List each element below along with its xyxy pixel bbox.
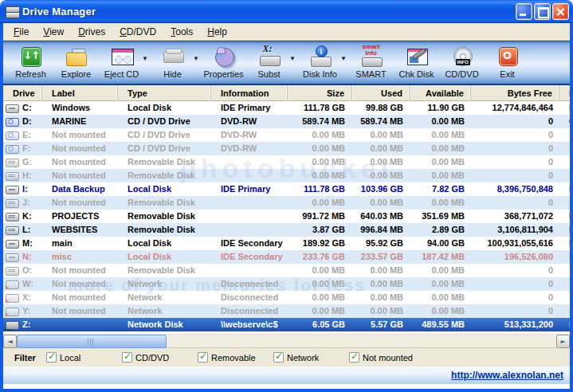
table-row[interactable]: Z:Network Disk\\webserve\c$6.05 GB5.57 G… xyxy=(3,318,570,331)
menu-item-file[interactable]: File xyxy=(6,25,36,39)
cell-drive: K: xyxy=(3,210,42,223)
cell-type: CD / DVD Drive xyxy=(118,115,211,128)
subst-dropdown[interactable]: ▼ xyxy=(288,55,296,62)
table-row[interactable]: O:Not mountedRemovable Disk0.00 MB0.00 M… xyxy=(3,264,570,277)
table-row[interactable]: F:Not mountedCD / DVD DriveDVD-RW0.00 MB… xyxy=(3,142,570,155)
table-row[interactable]: C:WindowsLocal DiskIDE Primary111.78 GB9… xyxy=(3,101,570,115)
menu-item-help[interactable]: Help xyxy=(200,25,234,39)
checkbox-icon xyxy=(46,352,57,363)
eject-cd-button[interactable]: Eject CD xyxy=(99,44,144,84)
column-header-information[interactable]: Information xyxy=(211,85,288,101)
cell-size: 0.00 MB xyxy=(288,196,351,210)
table-row[interactable]: M:mainLocal DiskIDE Secondary189.92 GB95… xyxy=(3,237,570,250)
scrollbar-track[interactable] xyxy=(17,335,556,347)
cell-used: 99.88 GB xyxy=(351,101,410,115)
cell-label: Not mounted xyxy=(42,264,118,277)
disk-info-icon xyxy=(308,45,332,68)
disk-info-button[interactable]: Disk Info xyxy=(297,44,343,84)
properties-button[interactable]: Properties xyxy=(201,44,246,84)
table-row[interactable]: E:Not mountedCD / DVD DriveDVD-RW0.00 MB… xyxy=(3,128,570,142)
scrollbar-thumb[interactable] xyxy=(17,335,167,348)
cell-used: 0.00 MB xyxy=(351,128,410,142)
drive-letter: G: xyxy=(22,155,32,169)
network-disconnected-icon xyxy=(6,307,19,316)
cell-drive: Z: xyxy=(3,318,42,331)
subst-button[interactable]: Subst xyxy=(246,44,292,84)
cell-size: 189.92 GB xyxy=(288,237,351,250)
cell-used: 95.92 GB xyxy=(351,237,410,250)
table-row[interactable]: W:Not mountedNetworkDisconnected0.00 MB0… xyxy=(3,277,570,291)
menu-item-cddvd[interactable]: CD/DVD xyxy=(112,25,163,39)
cell-avail: 187.42 MB xyxy=(410,250,471,264)
website-link[interactable]: http://www.alexnolan.net xyxy=(451,370,563,381)
cell-info: Disconnected xyxy=(211,291,288,304)
filter-checkbox-cddvd[interactable]: CD/DVD xyxy=(122,352,198,363)
close-button[interactable] xyxy=(552,3,569,20)
menu-item-drives[interactable]: Drives xyxy=(71,25,112,39)
hard-drive-icon xyxy=(6,104,19,113)
cell-info: Disconnected xyxy=(211,277,288,291)
cd-dvd-button[interactable]: CD/DVD xyxy=(439,44,485,84)
table-row[interactable]: Y:Not mountedNetworkDisconnected0.00 MB0… xyxy=(3,304,570,318)
cd-dvd-label: CD/DVD xyxy=(445,69,478,79)
column-header-type[interactable]: Type xyxy=(118,85,211,101)
maximize-button[interactable] xyxy=(534,3,551,20)
smart-button[interactable]: SMART xyxy=(348,44,394,84)
cell-type: Network xyxy=(118,291,211,304)
cell-type: Local Disk xyxy=(118,182,211,196)
title-bar[interactable]: Drive Manager xyxy=(0,0,573,23)
scroll-left-arrow-icon[interactable]: ◄ xyxy=(3,335,17,348)
cell-drive: I: xyxy=(3,182,42,196)
chk-disk-button[interactable]: Chk Disk xyxy=(394,44,439,84)
cell-drive: M: xyxy=(3,237,42,250)
menu-item-tools[interactable]: Tools xyxy=(163,25,200,39)
cell-size: 0.00 MB xyxy=(288,277,351,291)
column-header-used[interactable]: Used xyxy=(351,85,410,101)
column-header-bytesfree[interactable]: Bytes Free xyxy=(471,85,559,101)
column-header-size[interactable]: Size xyxy=(288,85,351,101)
table-row[interactable]: J:Not mountedRemovable Disk0.00 MB0.00 M… xyxy=(3,196,570,210)
hard-drive-icon xyxy=(6,185,19,194)
table-row[interactable]: D:MARINECD / DVD DriveDVD-RW589.74 MB589… xyxy=(3,115,570,128)
cell-avail: 489.55 MB xyxy=(410,318,471,331)
cell-label: PROJECTS xyxy=(42,210,118,223)
table-row[interactable]: I:Data BackupLocal DiskIDE Primary111.78… xyxy=(3,182,570,196)
filter-checkbox-notmounted[interactable]: Not mounted xyxy=(349,352,425,363)
table-row[interactable]: H:Not mountedRemovable Disk0.00 MB0.00 M… xyxy=(3,169,570,182)
refresh-button[interactable]: Refresh xyxy=(8,44,53,84)
table-row[interactable]: L:WEBSITESRemovable Disk3.87 GB996.84 MB… xyxy=(3,223,570,237)
scroll-right-arrow-icon[interactable]: ► xyxy=(556,335,570,348)
eject-cd-dropdown[interactable]: ▼ xyxy=(141,55,149,62)
menu-item-view[interactable]: View xyxy=(36,25,71,39)
cell-size: 0.00 MB xyxy=(288,142,351,155)
properties-label: Properties xyxy=(203,69,243,79)
filter-checkbox-local[interactable]: Local xyxy=(46,352,122,363)
table-row[interactable]: K:PROJECTSRemovable Disk991.72 MB640.03 … xyxy=(3,210,570,223)
cell-size: 0.00 MB xyxy=(288,291,351,304)
refresh-icon xyxy=(19,45,43,68)
horizontal-scrollbar[interactable]: ◄ ► xyxy=(3,334,570,347)
column-header-available[interactable]: Available xyxy=(410,85,471,101)
minimize-button[interactable] xyxy=(516,3,532,20)
cell-drive: J: xyxy=(3,196,42,210)
filter-checkbox-removable[interactable]: Removable xyxy=(198,352,273,363)
cell-info xyxy=(211,223,288,237)
column-header-drive[interactable]: Drive xyxy=(3,85,42,101)
hide-button[interactable]: Hide xyxy=(150,44,195,84)
column-header-label[interactable]: Label xyxy=(42,85,118,101)
table-row[interactable]: N:miscLocal DiskIDE Secondary233.76 GB23… xyxy=(3,250,570,264)
exit-button[interactable]: Exit xyxy=(485,44,530,84)
cell-drive: O: xyxy=(3,264,42,277)
explore-button[interactable]: Explore xyxy=(53,44,99,84)
cell-fs xyxy=(559,142,570,155)
column-header-filesystem[interactable]: File System xyxy=(559,85,570,101)
filter-option-label: Network xyxy=(287,353,319,363)
disk-info-dropdown[interactable]: ▼ xyxy=(339,55,347,62)
cell-type: CD / DVD Drive xyxy=(118,128,211,142)
filter-checkbox-network[interactable]: Network xyxy=(273,352,349,363)
cell-drive: N: xyxy=(3,250,42,264)
hide-dropdown[interactable]: ▼ xyxy=(192,55,200,62)
table-row[interactable]: X:Not mountedNetworkDisconnected0.00 MB0… xyxy=(3,291,570,304)
cell-fs xyxy=(559,169,570,182)
table-row[interactable]: G:Not mountedRemovable Disk0.00 MB0.00 M… xyxy=(3,155,570,169)
